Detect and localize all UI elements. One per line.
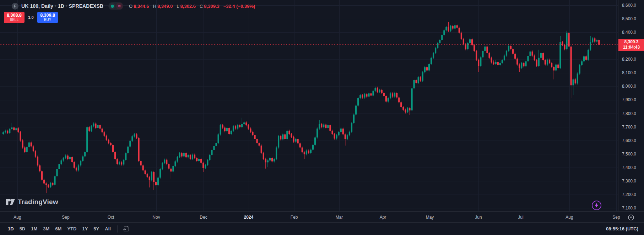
- time-label-year: 2024: [244, 215, 254, 220]
- candle-body: [52, 183, 53, 185]
- candle-body: [409, 108, 410, 110]
- candle-body: [467, 43, 469, 49]
- candle-body: [95, 124, 96, 128]
- candle-body: [269, 158, 271, 160]
- boost-lightning-icon[interactable]: [592, 201, 601, 210]
- candle-body: [248, 125, 249, 129]
- timezone-clock[interactable]: 08:55:16 (UTC): [606, 226, 639, 231]
- buy-price: 8,309.8: [37, 13, 58, 18]
- candle-body: [28, 142, 30, 147]
- candle-body: [104, 132, 105, 136]
- candle-body: [9, 129, 10, 133]
- candle-body: [218, 135, 219, 143]
- chart-canvas[interactable]: F UK 100, Daily · 1D · SPREADEXSB ≈ O 8,…: [0, 0, 618, 211]
- candle-body: [573, 80, 574, 86]
- octagon-settings-icon[interactable]: [627, 213, 635, 222]
- candle-body: [235, 126, 236, 129]
- candle-body: [345, 135, 346, 139]
- candle-body: [13, 127, 15, 130]
- candle-body: [295, 139, 296, 142]
- candle-body: [20, 132, 21, 141]
- candle-body: [388, 98, 389, 102]
- sell-price: 8,308.8: [4, 13, 25, 18]
- candle-body: [405, 110, 406, 112]
- range-button-1y[interactable]: 1Y: [79, 225, 91, 233]
- candle-body: [11, 127, 12, 129]
- price-tick-label: 7,900.0: [622, 97, 636, 102]
- candle-body: [194, 155, 195, 158]
- sell-button[interactable]: 8,308.8 SELL: [4, 12, 25, 23]
- candle-body: [261, 146, 262, 153]
- candle-body: [516, 59, 518, 64]
- candle-body: [198, 159, 200, 161]
- range-button-1m[interactable]: 1M: [28, 225, 40, 233]
- candle-body: [547, 60, 548, 65]
- candle-body: [280, 136, 281, 139]
- open-value: 8,344.6: [134, 4, 149, 9]
- candle-body: [293, 137, 294, 142]
- candle-body: [74, 162, 75, 168]
- candle-body: [250, 129, 251, 132]
- candle-body: [140, 161, 142, 166]
- time-axis[interactable]: AugSepOctNovDec2024FebMarAprMayJunJulAug…: [0, 211, 644, 222]
- candle-body: [134, 135, 135, 137]
- low-value: 8,302.6: [180, 4, 196, 9]
- range-button-all[interactable]: All: [102, 225, 114, 233]
- range-button-5d[interactable]: 5D: [17, 225, 28, 233]
- range-button-5y[interactable]: 5Y: [91, 225, 102, 233]
- candle-body: [428, 64, 430, 71]
- candle-body: [424, 67, 426, 72]
- candle-body: [35, 151, 36, 157]
- close-value: 8,309.3: [204, 4, 219, 9]
- candle-body: [271, 158, 273, 162]
- candle-body: [226, 128, 228, 131]
- candle-body: [5, 131, 6, 132]
- candle-body: [596, 40, 597, 42]
- range-button-6m[interactable]: 6M: [52, 225, 64, 233]
- toolbar-divider: [117, 225, 118, 233]
- candle-body: [377, 88, 378, 92]
- candle-body: [252, 132, 253, 135]
- ohlc-readout: O 8,344.6 H 8,349.0 L 8,302.6 C 8,309.3 …: [129, 4, 255, 9]
- go-to-date-icon[interactable]: [121, 224, 131, 234]
- price-tick-label: 7,400.0: [622, 165, 636, 170]
- close-label: C: [200, 4, 203, 9]
- candle-body: [155, 182, 157, 185]
- candle-body: [82, 157, 83, 161]
- price-tick-label: 8,000.0: [622, 84, 636, 89]
- candle-body: [562, 42, 563, 45]
- candle-body: [577, 73, 578, 83]
- candle-body: [102, 129, 103, 132]
- candle-body: [110, 143, 112, 145]
- time-label-month: Apr: [380, 215, 386, 220]
- last-price-tag: 8,309.3 11:04:43: [618, 39, 644, 51]
- candle-body: [368, 93, 369, 97]
- candle-body: [331, 131, 333, 134]
- candle-body: [370, 93, 372, 95]
- range-button-3m[interactable]: 3M: [40, 225, 52, 233]
- price-tick-label: 8,100.0: [622, 70, 636, 75]
- candle-body: [200, 159, 202, 163]
- candle-body: [24, 147, 26, 152]
- candle-body: [65, 155, 66, 158]
- candle-body: [379, 90, 380, 92]
- candle-body: [267, 160, 269, 162]
- symbol-logo-icon[interactable]: F: [12, 3, 18, 10]
- candle-body: [93, 124, 94, 126]
- candle-body: [239, 125, 240, 127]
- candle-body: [33, 146, 34, 151]
- price-axis[interactable]: 8,309.3 11:04:43 8,600.08,500.08,400.08,…: [618, 0, 644, 211]
- candle-body: [58, 164, 60, 169]
- candle-body: [265, 159, 266, 162]
- candle-body: [192, 155, 193, 159]
- time-label-month: Aug: [565, 215, 573, 220]
- buy-button[interactable]: 8,309.8 BUY: [37, 12, 58, 23]
- candle-body: [151, 172, 152, 180]
- range-button-1d[interactable]: 1D: [5, 225, 17, 233]
- candle-body: [243, 122, 245, 124]
- range-button-ytd[interactable]: YTD: [64, 225, 79, 233]
- symbol-title[interactable]: UK 100, Daily · 1D · SPREADEXSB: [21, 3, 103, 9]
- candle-body: [450, 26, 451, 31]
- market-status-pill[interactable]: ≈: [108, 2, 123, 10]
- candle-body: [502, 60, 503, 63]
